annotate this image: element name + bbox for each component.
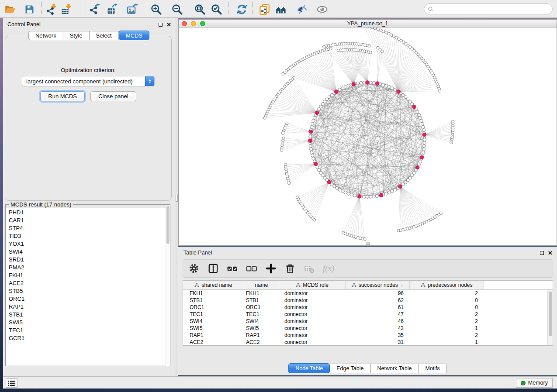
table-cell[interactable]: 2 — [410, 318, 484, 324]
network-canvas[interactable] — [179, 28, 557, 245]
mcds-node-item[interactable]: SRD1 — [6, 255, 170, 263]
tab-mcds[interactable]: MCDS — [119, 31, 149, 40]
table-cell[interactable]: dominator — [279, 304, 346, 310]
import-table-button[interactable] — [60, 2, 74, 16]
mcds-node-item[interactable]: PMA2 — [6, 263, 170, 271]
tab-node-table[interactable]: Node Table — [288, 363, 330, 373]
export-table-button[interactable] — [106, 2, 120, 16]
table-cell[interactable]: SWI5 — [183, 325, 244, 331]
show-graphics-details-button[interactable] — [315, 2, 329, 16]
tab-motifs[interactable]: Motifs — [419, 364, 446, 373]
table-cell[interactable]: ORC1 — [183, 304, 244, 310]
table-cell[interactable]: 2 — [410, 290, 484, 296]
table-cell[interactable]: 31 — [346, 339, 410, 345]
mcds-node[interactable] — [334, 90, 338, 94]
close-panel-button[interactable]: Close panel — [90, 91, 136, 101]
splitter-grip[interactable] — [176, 194, 178, 202]
table-cell[interactable]: RAP1 — [183, 332, 244, 338]
import-network-button[interactable] — [45, 2, 59, 16]
mcds-node-item[interactable]: STB1 — [6, 310, 170, 318]
table-row-STB1[interactable]: STB1STB1dominator620 — [183, 297, 553, 304]
close-window-icon[interactable] — [182, 21, 187, 26]
column-header-MCDS-role[interactable]: MCDS role — [279, 281, 346, 289]
table-row-SWI4[interactable]: SWI4SWI4dominator462 — [183, 318, 553, 325]
table-scrollbar[interactable] — [547, 290, 553, 345]
table-cell[interactable]: 46 — [346, 318, 410, 324]
table-cell[interactable]: RAP1 — [244, 332, 279, 338]
table-cell[interactable]: STB1 — [244, 297, 279, 303]
column-header-successor-nodes[interactable]: successor nodes⌄ — [346, 281, 410, 289]
network-search-button[interactable] — [274, 2, 288, 16]
column-header-name[interactable]: name — [244, 281, 279, 289]
vertical-splitter[interactable] — [175, 18, 178, 376]
table-cell[interactable]: 35 — [346, 332, 410, 338]
table-cell[interactable]: 62 — [346, 297, 410, 303]
add-column-button[interactable] — [264, 262, 277, 275]
table-cell[interactable]: connector — [279, 325, 346, 331]
table-cell[interactable]: dominator — [279, 297, 346, 303]
export-image-button[interactable] — [126, 2, 140, 16]
mcds-node-item[interactable]: RAP1 — [6, 303, 170, 310]
minimize-window-icon[interactable] — [191, 21, 196, 26]
table-scrollbar-thumb[interactable] — [549, 292, 552, 336]
zoom-in-button[interactable] — [149, 2, 163, 16]
table-cell[interactable]: 2 — [410, 311, 484, 317]
zoom-selected-button[interactable] — [210, 2, 224, 16]
close-table-panel-icon[interactable]: ✕ — [548, 250, 553, 256]
mcds-node-item[interactable]: GCR1 — [6, 334, 170, 342]
mcds-node-item[interactable]: ORC1 — [6, 295, 170, 303]
mcds-node[interactable] — [308, 139, 312, 143]
mcds-node[interactable] — [398, 185, 402, 189]
table-row-ACE2[interactable]: ACE2ACE2connector311 — [183, 339, 553, 346]
tab-style[interactable]: Style — [63, 31, 90, 40]
save-session-button[interactable] — [23, 2, 37, 16]
table-row-TEC1[interactable]: TEC1TEC1connector472 — [183, 311, 553, 318]
horizontal-splitter-grip[interactable] — [366, 242, 370, 245]
table-cell[interactable]: 1 — [410, 325, 484, 331]
mcds-node-item[interactable]: PHD1 — [6, 208, 170, 216]
table-cell[interactable]: 96 — [346, 290, 410, 296]
table-cell[interactable]: 47 — [346, 311, 410, 317]
new-network-from-selection-button[interactable] — [258, 2, 272, 16]
table-cell[interactable]: SWI5 — [244, 325, 279, 331]
float-table-panel-icon[interactable] — [540, 251, 544, 255]
mcds-node-item[interactable]: SWI4 — [6, 248, 170, 255]
table-cell[interactable]: FKH1 — [183, 290, 244, 296]
table-cell[interactable]: 0 — [410, 304, 484, 310]
table-cell[interactable]: SWI4 — [244, 318, 279, 324]
mcds-node[interactable] — [352, 83, 356, 86]
mcds-node-item[interactable]: TID3 — [6, 232, 170, 240]
optimization-criterion-select[interactable]: largest connected component (undirected)… — [22, 76, 155, 86]
mcds-node[interactable] — [412, 105, 416, 109]
mcds-node[interactable] — [315, 111, 319, 115]
tab-network-table[interactable]: Network Table — [371, 364, 419, 373]
tab-select[interactable]: Select — [90, 31, 119, 40]
mcds-node[interactable] — [379, 193, 383, 197]
scrollbar-thumb[interactable] — [166, 206, 170, 244]
delete-columns-button[interactable] — [284, 262, 297, 275]
tab-network[interactable]: Network — [28, 31, 63, 40]
table-row-ORC1[interactable]: ORC1ORC1dominator610 — [183, 304, 553, 311]
table-cell[interactable]: dominator — [279, 318, 346, 324]
zoom-out-button[interactable] — [170, 2, 184, 16]
table-cell[interactable]: 1 — [410, 339, 484, 345]
hide-graphics-details-button[interactable] — [295, 2, 309, 16]
mcds-node[interactable] — [415, 165, 419, 169]
search-input[interactable] — [434, 5, 552, 14]
open-file-button[interactable] — [3, 2, 17, 16]
export-network-button[interactable] — [88, 2, 102, 16]
close-panel-icon[interactable]: ✕ — [166, 22, 171, 28]
table-cell[interactable]: 0 — [410, 297, 484, 303]
network-window-titlebar[interactable]: YPA_prune.txt_1 — [179, 20, 557, 28]
table-cell[interactable]: 2 — [410, 332, 484, 338]
float-panel-icon[interactable] — [159, 23, 163, 27]
mcds-node-item[interactable]: FKH1 — [6, 271, 170, 279]
mcds-node[interactable] — [397, 90, 401, 94]
column-header-shared-name[interactable]: shared name — [183, 281, 244, 289]
table-cell[interactable]: TEC1 — [183, 311, 244, 317]
mcds-node[interactable] — [422, 133, 426, 137]
table-cell[interactable]: connector — [279, 339, 346, 345]
mcds-result-list[interactable]: PHD1CAR1STP4TID3YOX1SWI4SRD1PMA2FKH1ACE2… — [6, 208, 170, 365]
table-cell[interactable]: SWI4 — [183, 318, 244, 324]
memory-button[interactable]: Memory — [516, 378, 553, 388]
